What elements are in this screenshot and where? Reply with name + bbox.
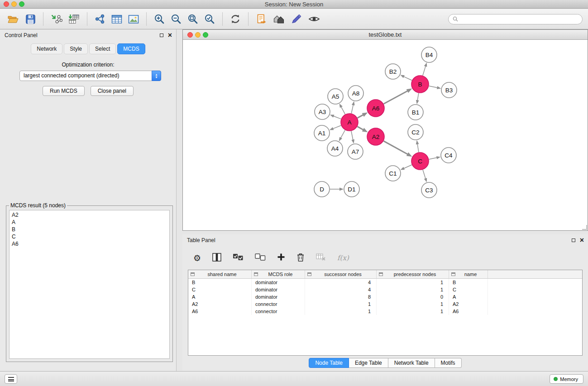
zoom-window-icon[interactable]: [19, 1, 24, 7]
new-table-button[interactable]: [110, 11, 124, 27]
zoom-fit-button[interactable]: [186, 11, 200, 27]
network-node-C1[interactable]: C1: [385, 166, 401, 181]
column-header-shared-name[interactable]: shared name: [188, 270, 252, 278]
zoom-in-button[interactable]: [152, 11, 167, 27]
network-edge-B-B4[interactable]: [423, 62, 427, 76]
table-cell[interactable]: A6: [449, 308, 488, 315]
close-panel-icon[interactable]: ×: [580, 238, 584, 243]
add-column-button[interactable]: [277, 253, 285, 263]
table-cell[interactable]: 8: [305, 293, 377, 300]
network-edge-B-B1[interactable]: [416, 93, 419, 104]
network-node-B3[interactable]: B3: [441, 82, 457, 98]
tab-edge-table[interactable]: Edge Table: [349, 358, 388, 368]
table-cell[interactable]: A2: [188, 300, 252, 308]
network-edge-A6-B[interactable]: [384, 89, 412, 104]
table-cell[interactable]: B: [449, 279, 488, 286]
table-cell[interactable]: dominator: [252, 286, 305, 293]
zoom-out-button[interactable]: [169, 11, 183, 27]
select-all-button[interactable]: [233, 253, 244, 263]
table-cell[interactable]: A6: [188, 308, 252, 315]
network-node-A6[interactable]: A6: [367, 100, 384, 117]
table-cell[interactable]: C: [188, 286, 252, 293]
open-file-button[interactable]: [5, 11, 21, 27]
network-edge-A-A4[interactable]: [339, 130, 345, 142]
zoom-selected-button[interactable]: [202, 11, 217, 27]
table-cell[interactable]: 1: [377, 300, 449, 308]
tab-mcds[interactable]: MCDS: [117, 43, 145, 54]
network-edge-C-C3[interactable]: [423, 170, 427, 182]
table-cell[interactable]: 1: [377, 308, 449, 315]
import-table-button[interactable]: [67, 11, 81, 27]
network-edge-A-A7[interactable]: [351, 131, 354, 144]
resize-grip-icon[interactable]: [582, 225, 587, 230]
table-cell[interactable]: A: [449, 293, 488, 300]
table-cell[interactable]: C: [449, 286, 488, 293]
network-node-B1[interactable]: B1: [408, 105, 423, 120]
network-node-C3[interactable]: C3: [421, 182, 437, 198]
table-settings-button[interactable]: ⚙: [193, 254, 201, 262]
table-cell[interactable]: A: [188, 293, 252, 300]
network-canvas[interactable]: B4B2BB3A5A8A6B1A3AC2A1A2A4A7C4CC1C3DD1: [183, 40, 588, 230]
show-columns-button[interactable]: [212, 253, 221, 263]
network-node-A3[interactable]: A3: [315, 104, 330, 119]
network-node-C4[interactable]: C4: [441, 148, 456, 163]
table-cell[interactable]: dominator: [252, 293, 305, 300]
network-node-C2[interactable]: C2: [408, 124, 423, 140]
float-panel-icon[interactable]: [572, 238, 575, 242]
delete-column-button[interactable]: [296, 253, 305, 263]
table-row[interactable]: A6connector11A6: [188, 308, 582, 315]
tab-select[interactable]: Select: [89, 43, 116, 54]
tab-node-table[interactable]: Node Table: [309, 358, 349, 368]
network-node-D1[interactable]: D1: [344, 181, 359, 197]
deselect-all-button[interactable]: [255, 253, 266, 263]
network-node-A7[interactable]: A7: [348, 144, 363, 159]
table-row[interactable]: Adominator80A: [188, 293, 582, 300]
annotation-button[interactable]: [289, 11, 304, 27]
network-edge-D-D1[interactable]: [330, 188, 344, 191]
network-node-B2[interactable]: B2: [385, 64, 401, 79]
zoom-network-window-icon[interactable]: [203, 32, 208, 38]
network-node-A8[interactable]: A8: [348, 86, 363, 101]
network-edge-C-C2[interactable]: [416, 140, 419, 152]
network-edge-B-B3[interactable]: [429, 86, 441, 89]
table-cell[interactable]: connector: [252, 308, 305, 315]
network-node-B4[interactable]: B4: [421, 47, 437, 62]
tab-network[interactable]: Network: [31, 43, 62, 54]
close-panel-button[interactable]: Close panel: [91, 86, 134, 96]
table-cell[interactable]: 1: [305, 300, 377, 308]
search-input[interactable]: [460, 16, 578, 22]
table-row[interactable]: A2connector11A2: [188, 300, 582, 308]
tab-style[interactable]: Style: [64, 43, 88, 54]
delete-table-button[interactable]: [316, 253, 326, 263]
network-node-A2[interactable]: A2: [367, 128, 384, 145]
new-network-button[interactable]: [93, 11, 107, 27]
import-network-button[interactable]: [49, 11, 64, 27]
network-edge-A-A8[interactable]: [351, 101, 354, 114]
export-document-button[interactable]: [254, 11, 268, 27]
table-cell[interactable]: 1: [377, 286, 449, 293]
network-edge-A-A1[interactable]: [330, 125, 341, 130]
network-node-C[interactable]: C: [411, 152, 429, 170]
network-node-B[interactable]: B: [411, 76, 429, 93]
network-edge-A2-C[interactable]: [384, 141, 412, 157]
mcds-result-list[interactable]: A2ABCA6: [9, 210, 170, 359]
refresh-layout-button[interactable]: [228, 11, 243, 27]
network-node-A4[interactable]: A4: [327, 141, 343, 156]
network-edge-A-A6[interactable]: [358, 112, 368, 118]
memory-button[interactable]: Memory: [550, 374, 583, 384]
network-edge-C-C1[interactable]: [400, 165, 411, 170]
column-header-name[interactable]: name: [449, 270, 488, 278]
network-edge-A-A3[interactable]: [330, 114, 341, 119]
home-button[interactable]: [271, 11, 287, 27]
save-session-button[interactable]: [23, 11, 38, 27]
network-node-D[interactable]: D: [314, 181, 330, 197]
network-edge-A-A5[interactable]: [339, 104, 345, 114]
network-node-A[interactable]: A: [341, 114, 358, 131]
network-edge-B-B2[interactable]: [400, 75, 412, 81]
network-node-A1[interactable]: A1: [314, 125, 330, 141]
run-mcds-button[interactable]: Run MCDS: [43, 86, 85, 96]
export-image-button[interactable]: [126, 11, 141, 27]
table-cell[interactable]: 1: [377, 279, 449, 286]
table-cell[interactable]: 0: [377, 293, 449, 300]
table-row[interactable]: Bdominator41B: [188, 279, 582, 286]
